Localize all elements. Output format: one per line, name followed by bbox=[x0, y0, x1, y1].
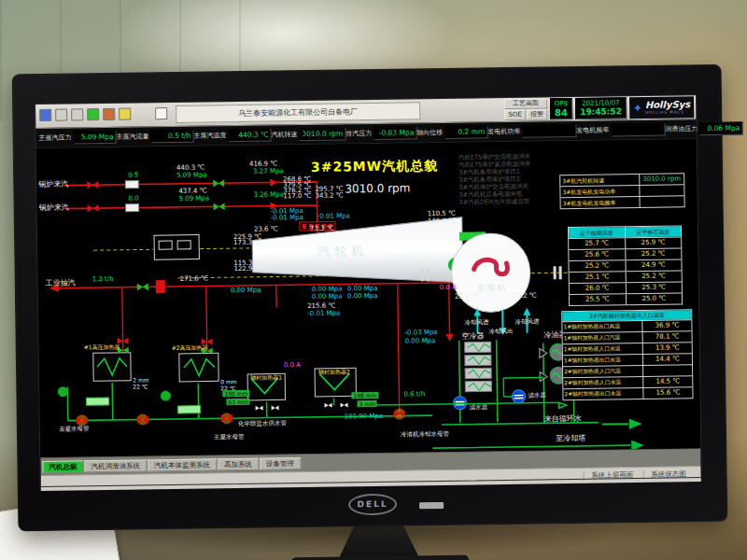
brand-box: ✦ HollySys HOLLiAS MACS bbox=[629, 96, 695, 119]
condensate-pump-1[interactable] bbox=[58, 387, 67, 397]
value: 0.0 bbox=[128, 195, 138, 203]
toolbar-icon-2[interactable] bbox=[55, 109, 67, 121]
toolbar-icon-5[interactable] bbox=[103, 108, 115, 120]
tab-device-management[interactable]: 设备管理 bbox=[260, 457, 301, 470]
tab-turbine-supervision[interactable]: 汽机本体监测系统 bbox=[148, 458, 217, 471]
soe-button[interactable]: SOE bbox=[504, 110, 526, 120]
status-value: 0.2 mm bbox=[444, 125, 487, 139]
system-upper-screen-button[interactable]: 系统上层画面 bbox=[583, 470, 641, 481]
hollysys-logo-icon: ✦ bbox=[633, 102, 642, 113]
cell: 3#机发电机发电频率 bbox=[561, 197, 641, 208]
hp1-status-box bbox=[86, 398, 108, 405]
tab-turbine-overview[interactable]: 汽机总貌 bbox=[42, 460, 83, 473]
value: 22 ℃ bbox=[133, 384, 148, 390]
company-title: 乌兰泰安能源化工有限公司自备电厂 bbox=[176, 102, 420, 123]
cell: 1#轴封加热器出口风温 bbox=[562, 321, 642, 332]
value: 3.27 Mpa bbox=[253, 168, 284, 175]
checkbox-icon[interactable] bbox=[155, 107, 167, 119]
value: 343.2 ℃ bbox=[315, 192, 343, 200]
hp-heater-label: #1高压加热器 bbox=[84, 344, 120, 351]
hp-heater-1[interactable] bbox=[93, 353, 131, 382]
value: 146.6 ℃ bbox=[428, 218, 456, 226]
condensate-pump-2[interactable] bbox=[161, 391, 170, 400]
cooling-label: 冷却风出 bbox=[488, 329, 513, 336]
level-tag: 61 mm bbox=[226, 399, 249, 405]
ops-number: 84 bbox=[555, 107, 568, 118]
value: 5.09 Mpa bbox=[178, 195, 209, 203]
boiler1-control-valve[interactable] bbox=[213, 179, 224, 187]
level-tag: 3 mm bbox=[358, 400, 378, 407]
seal-heater-label: 轴封加热器2 bbox=[318, 369, 350, 375]
cell: 1#轴封加热器入口水温 bbox=[563, 343, 643, 355]
value: 23.6 ℃ bbox=[254, 226, 278, 233]
bearing-box bbox=[154, 235, 199, 260]
value: -0.03 Mpa bbox=[404, 329, 437, 337]
cell: 25.2 ℃ bbox=[569, 260, 625, 272]
page-title: 3#25MW汽机总貌 bbox=[281, 158, 468, 177]
seal-heater-temps-table: 3#汽机轴封加热器出入口温度 1#轴封加热器出口风温36.9 ℃ 1#轴封加热器… bbox=[561, 309, 693, 400]
glow-valve-3[interactable] bbox=[221, 413, 233, 424]
cell: 14.5 ℃ bbox=[643, 376, 692, 387]
status-label: 主蒸汽压力 bbox=[38, 133, 71, 142]
cell: 14.4 ℃ bbox=[643, 354, 692, 365]
hp-heater-label: #2高压加热器 bbox=[172, 344, 208, 351]
level-tag: 198 mm bbox=[351, 392, 378, 399]
extraction-block-valve[interactable] bbox=[156, 280, 165, 293]
process-screen-button[interactable]: 工艺画面 bbox=[504, 98, 547, 109]
cell: 3#机汽轮机转速 bbox=[560, 175, 640, 186]
system-status-button[interactable]: 系统状态图 bbox=[642, 469, 694, 480]
value: 122.9 ℃ bbox=[228, 266, 261, 273]
pipe-label: 冷渣机冷却水母管 bbox=[401, 431, 449, 439]
boiler2-stop-valve[interactable] bbox=[88, 204, 99, 212]
cell: 15.6 ℃ bbox=[643, 387, 692, 399]
glow-valve-4[interactable] bbox=[394, 409, 405, 420]
value: 0.00 Mpa bbox=[231, 287, 261, 295]
ops-station-badge: OPS 84 bbox=[550, 98, 573, 119]
status-value bbox=[522, 124, 576, 138]
circulating-water-label: 来自循环水 bbox=[544, 415, 582, 424]
extraction-label: 工业抽汽 bbox=[46, 279, 76, 287]
cell: 3010.0 rpm bbox=[640, 174, 684, 185]
hp-heater-2[interactable] bbox=[179, 353, 218, 382]
status-value: -0.03 Mpa bbox=[374, 126, 416, 140]
cell: 2#轴封加热器入口水温 bbox=[563, 377, 643, 388]
value: 0.6 t/h bbox=[403, 391, 425, 399]
glow-valve-2[interactable] bbox=[137, 413, 148, 425]
toolbar-icon-4[interactable] bbox=[87, 108, 99, 120]
monitor-group: DELL 乌兰泰安能源化工有限公司自备电厂 bbox=[0, 0, 747, 560]
boiler1-stop-valve[interactable] bbox=[87, 181, 98, 189]
air-cooler-label: 空冷器 bbox=[462, 332, 485, 341]
value: 1.2 t/h bbox=[92, 276, 114, 284]
pipe-label: 化学除盐水供水管 bbox=[238, 420, 287, 427]
monitor-bezel: DELL 乌兰泰安能源化工有限公司自备电厂 bbox=[12, 64, 728, 532]
monitor-stand-base bbox=[291, 555, 469, 560]
status-label: 主蒸汽温度 bbox=[193, 131, 226, 140]
datetime-box: 2021/10/07 19:45:52 bbox=[575, 97, 627, 119]
cell: 26.0 ℃ bbox=[570, 283, 626, 294]
level-tag: 100 mm bbox=[222, 390, 249, 397]
cell: 2#轴封加热器入口汽温 bbox=[563, 366, 643, 377]
cooling-tower-label: 至冷却塔 bbox=[556, 435, 585, 443]
tab-lube-oil-system[interactable]: 汽机润滑油系统 bbox=[84, 459, 147, 472]
water-filter-1[interactable] bbox=[453, 397, 466, 410]
toolbar-icon-3[interactable] bbox=[71, 108, 83, 120]
value: 0.00 Mpa bbox=[347, 293, 378, 301]
status-label: 发电机功率 bbox=[487, 127, 520, 136]
hmi-screen: 乌兰泰安能源化工有限公司自备电厂 工艺画面 SOE 报警 OPS 84 bbox=[35, 95, 701, 486]
cell: 36.9 ℃ bbox=[642, 320, 691, 331]
water-filter-2[interactable] bbox=[512, 390, 525, 403]
tab-hp-heater-system[interactable]: 高加系统 bbox=[218, 457, 259, 470]
turbine-label: 汽轮机 bbox=[282, 243, 403, 261]
cell: 1#轴封加热器出口水温 bbox=[563, 355, 643, 366]
cooling-label: 冷却风进 bbox=[464, 319, 488, 327]
alarm-button[interactable]: 报警 bbox=[527, 109, 547, 119]
app-icon[interactable] bbox=[39, 109, 51, 121]
status-value: 5.09 Mpa bbox=[73, 131, 116, 145]
column-header: 定子铁芯温度 bbox=[624, 226, 681, 237]
bezel-sticker bbox=[419, 502, 444, 509]
column-header: 定子线圈温度 bbox=[569, 227, 625, 238]
cell: 25.0 ℃ bbox=[625, 293, 682, 304]
cell: 25.7 ℃ bbox=[569, 238, 625, 249]
value: 28.1 ℃ bbox=[455, 293, 479, 301]
toolbar-icon-6[interactable] bbox=[119, 108, 131, 120]
